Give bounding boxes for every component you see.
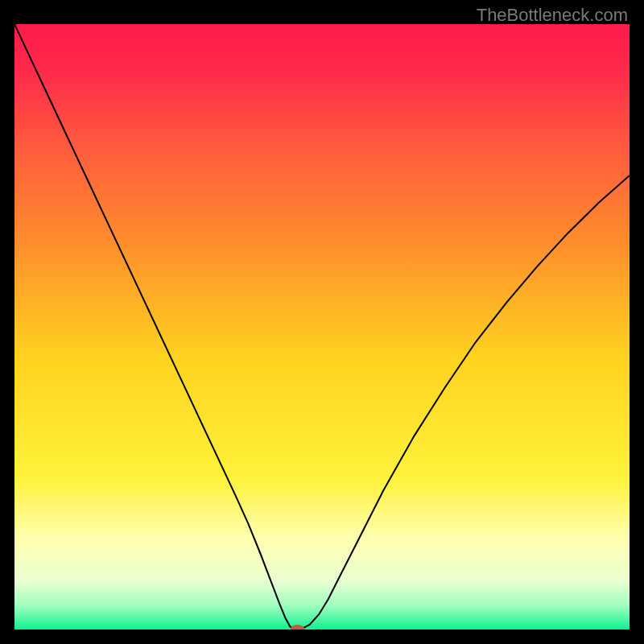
chart-background (14, 24, 630, 630)
chart-plot-area (14, 24, 630, 630)
watermark-text: TheBottleneck.com (477, 5, 628, 26)
chart-svg (14, 24, 630, 630)
